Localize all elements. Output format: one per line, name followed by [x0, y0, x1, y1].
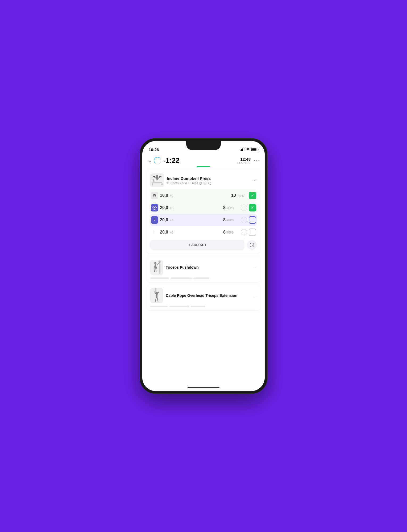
exercise-title: Incline Dumbbell Press: [167, 176, 250, 181]
set-check-3[interactable]: [249, 228, 256, 236]
upcoming-thumb-pushdown: [150, 260, 163, 275]
set-info-gear[interactable]: i: [241, 205, 247, 211]
add-set-row: + ADD SET: [150, 238, 257, 251]
set-row-2: 2 20,0 KG 8 REPS i: [150, 214, 257, 226]
set-info-2[interactable]: i: [241, 217, 247, 223]
exercise-header: Incline Dumbbell Press ⊙ 3 sets x 8 to 1…: [150, 173, 257, 187]
history-button[interactable]: [247, 240, 257, 250]
svg-line-19: [156, 268, 156, 272]
exercise-meta: ⊙ 3 sets x 8 to 10 reps @ 0.0 kg: [167, 181, 250, 185]
wifi-icon: [246, 148, 250, 152]
svg-rect-0: [152, 182, 162, 183]
skeleton-lines-pushdown: [150, 277, 257, 279]
set-row-gear: 20,0 KG 8 REPS i ✓: [150, 202, 257, 214]
upcoming-card-cable-rope: Cable Rope Overhead Triceps Extension ··…: [147, 285, 260, 310]
exercise-more-button[interactable]: ···: [252, 178, 257, 183]
add-set-button[interactable]: + ADD SET: [150, 240, 244, 250]
set-badge-2: 2: [151, 216, 158, 224]
set-weight-3[interactable]: 20,0 KG: [160, 230, 222, 235]
set-reps-2: 8 REPS: [223, 218, 239, 222]
set-reps-3: 8 REPS: [223, 230, 239, 235]
svg-point-5: [156, 175, 158, 177]
home-bar: [188, 387, 219, 388]
countdown-timer: -1:22: [163, 156, 180, 165]
svg-rect-3: [152, 179, 155, 182]
status-time: 16:26: [149, 147, 159, 152]
workout-content: Incline Dumbbell Press ⊙ 3 sets x 8 to 1…: [142, 167, 265, 384]
exercise-name-block: Incline Dumbbell Press ⊙ 3 sets x 8 to 1…: [167, 176, 250, 185]
set-check-warmup[interactable]: ✓: [249, 192, 256, 199]
upcoming-thumb-cable: [150, 288, 163, 303]
set-reps-gear: 8 REPS: [223, 205, 239, 210]
svg-line-18: [155, 268, 155, 272]
svg-point-14: [154, 262, 156, 264]
phone-notch: [186, 141, 221, 150]
skeleton-lines-cable: [150, 306, 257, 307]
upcoming-more-pushdown[interactable]: ···: [253, 265, 257, 270]
set-badge-3: 3: [151, 228, 158, 236]
header-right: 12:48 ELAPSED ···: [237, 157, 259, 164]
set-weight-gear[interactable]: 20,0 KG: [160, 205, 222, 210]
exercise-card-incline-dumbbell: Incline Dumbbell Press ⊙ 3 sets x 8 to 1…: [147, 170, 260, 253]
exercise-thumbnail: [150, 173, 164, 187]
svg-rect-12: [158, 261, 161, 262]
set-badge-gear: [151, 204, 158, 211]
set-weight-2[interactable]: 20,0 KG: [160, 218, 222, 222]
set-check-gear[interactable]: ✓: [249, 204, 256, 211]
collapse-button[interactable]: ⌄: [148, 158, 152, 164]
svg-rect-9: [159, 176, 161, 177]
elapsed-time: 12:48: [237, 157, 251, 161]
set-row-3: 3 20,0 KG 8 REPS i: [150, 226, 257, 238]
upcoming-name-cable: Cable Rope Overhead Triceps Extension: [166, 293, 251, 298]
upcoming-header-cable: Cable Rope Overhead Triceps Extension ··…: [150, 288, 257, 303]
upcoming-more-cable[interactable]: ···: [253, 293, 257, 298]
svg-rect-8: [153, 176, 155, 177]
set-badge-w: W: [151, 192, 158, 199]
meta-text: 3 sets x 8 to 10 reps @ 0.0 kg: [171, 181, 211, 185]
header-more-button[interactable]: ···: [254, 158, 259, 163]
set-info-3[interactable]: i: [241, 229, 247, 235]
svg-line-26: [155, 298, 156, 301]
signal-icon: [240, 148, 244, 151]
phone-screen: 16:26: [142, 141, 265, 391]
phone-device: 16:26: [140, 138, 267, 394]
set-row-warmup: W 10,0 KG 10 REPS ✓: [150, 189, 257, 202]
elapsed-label: ELAPSED: [237, 161, 251, 164]
elapsed-block: 12:48 ELAPSED: [237, 157, 251, 164]
timer-circle: [154, 157, 161, 164]
header-left: ⌄ -1:22: [148, 156, 180, 165]
upcoming-card-triceps-pushdown: Triceps Pushdown ···: [147, 257, 260, 282]
svg-line-27: [157, 298, 158, 301]
meta-icon: ⊙: [167, 181, 169, 185]
status-icons: [240, 148, 258, 152]
app-header: ⌄ -1:22 12:48 ELAPSED ···: [142, 155, 265, 165]
set-reps-warmup: 10 REPS: [231, 193, 247, 198]
set-check-2[interactable]: [249, 216, 256, 224]
battery-icon: [251, 148, 258, 151]
svg-rect-2: [161, 183, 163, 185]
svg-rect-1: [152, 183, 153, 185]
upcoming-header-pushdown: Triceps Pushdown ···: [150, 260, 257, 275]
upcoming-name-pushdown: Triceps Pushdown: [166, 265, 251, 270]
set-weight-warmup[interactable]: 10,0 KG: [160, 193, 230, 198]
home-indicator: [142, 384, 265, 391]
